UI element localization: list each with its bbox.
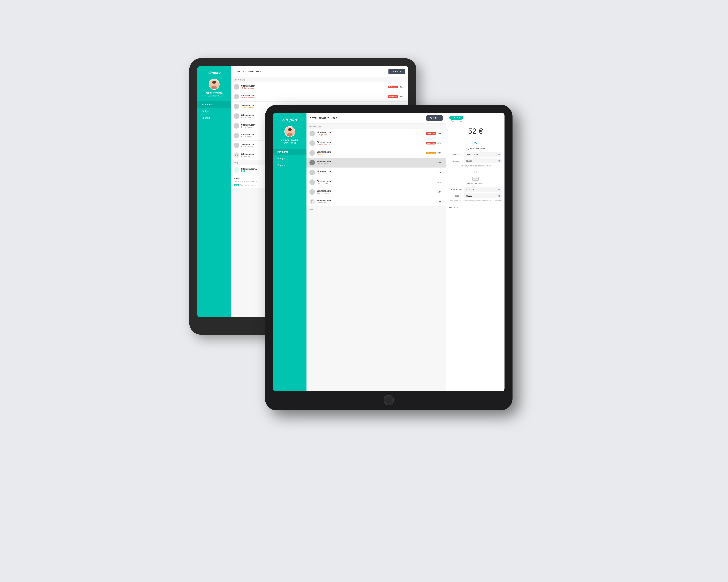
front-inv-info-1: Sitename.com 25 days overdue (317, 141, 425, 145)
swish-to-copy-button[interactable]: ⧉ (498, 153, 500, 156)
front-invoice-item-2[interactable]: Sitename.com Reminder Reminder 39 € › (307, 148, 446, 158)
front-inv-chevron-1: › (443, 142, 443, 144)
front-total-label: TOTAL AMOUNT: (310, 117, 330, 119)
front-inv-avatar-4 (309, 170, 315, 175)
front-nav-payments[interactable]: Payments (273, 148, 307, 155)
panel-due: Due in 7 days (449, 120, 463, 122)
front-total-amount: 254 € (332, 117, 337, 119)
front-inv-right-7: 10 € › (437, 200, 443, 203)
bank-section: Pay via your bank Bank account 411-9129 … (446, 175, 504, 204)
front-inv-amount-1: 52 € (437, 142, 441, 144)
swish-section: Pay easier with Swish Swish to 123 521 9… (446, 138, 504, 169)
back-user-name: Jennifer Valdez (206, 91, 223, 94)
back-sidebar: zimpler Jennifer Valdez 0707 01 23 45 P (197, 66, 231, 317)
ocr-copy-button[interactable]: ⧉ (498, 195, 500, 197)
front-inv-avatar-5 (309, 179, 315, 185)
tablet-front-screen: zimpler Jennifer Valdez 0707 01 23 45 P (273, 113, 504, 391)
front-inv-name-7: Sitename.com (317, 199, 437, 202)
back-inv-badge-1: Collection (388, 95, 398, 98)
front-home-button[interactable] (384, 395, 394, 405)
front-inv-avatar-0 (309, 131, 315, 136)
front-inv-avatar-2 (309, 150, 315, 156)
front-inv-chevron-4: › (443, 171, 443, 174)
bank-account-row: Bank account 411-9129 ⧉ (449, 187, 501, 192)
scene: zimpler Jennifer Valdez 0707 01 23 45 P (189, 58, 539, 524)
bank-note: It usually takes 1-2 business days befor… (449, 200, 501, 202)
front-inv-right-5: 31 € › (437, 181, 443, 184)
swish-note: Swish payments registered immediately. (449, 165, 501, 167)
front-user-name: Jennifer Valdez (281, 139, 298, 141)
back-nav-support[interactable]: Support (197, 115, 231, 121)
tablet-front: zimpler Jennifer Valdez 0707 01 23 45 P (265, 105, 513, 410)
swish-to-value: 123 521 94 49 (466, 154, 478, 156)
back-invoice-item-0[interactable]: Sitename.com 40 days overdue Collection … (231, 82, 409, 92)
front-inv-sub-6: Due in 14 days (317, 192, 437, 194)
swish-title: Pay easier with Swish (449, 147, 501, 150)
front-inv-sub-4: Due in 7 days (317, 172, 437, 175)
swish-logo-icon (472, 139, 479, 146)
front-inv-sub-0: 40 days overdue (317, 134, 425, 136)
front-invoice-item-3[interactable]: Sitename.com Due in 2 days 52 € › (307, 158, 446, 168)
back-inv-avatar-7: ⏰ (234, 153, 239, 158)
front-invoice-item-5[interactable]: Sitename.com Due in 7 days 31 € › (307, 177, 446, 187)
front-invoice-item-4[interactable]: Sitename.com Due in 7 days 31 € › (307, 168, 446, 177)
front-inv-sub-7: Reserverad (317, 202, 437, 204)
back-inv-avatar-4 (234, 123, 239, 129)
front-inv-info-6: Sitename.com Due in 14 days (317, 190, 437, 194)
front-inv-chevron-0: › (443, 132, 443, 135)
front-invoice-item-0[interactable]: Sitename.com 40 days overdue Collection … (307, 129, 446, 138)
back-total-label: TOTAL AMOUNT: (234, 70, 254, 73)
bank-account-copy-button[interactable]: ⧉ (498, 188, 500, 191)
panel-header: INVOICE Due in 7 days × (446, 113, 504, 124)
svg-rect-12 (475, 179, 476, 180)
back-new-note: You can now pay w... (240, 184, 257, 186)
swish-message-value: 381168 (466, 160, 472, 162)
svg-point-7 (288, 128, 292, 131)
front-pay-all-button[interactable]: PAY ALL (426, 115, 443, 121)
bank-icon (472, 175, 479, 181)
front-inv-name-3: Sitename.com (317, 161, 437, 163)
front-nav-budget[interactable]: Budget (273, 155, 307, 162)
front-top-bar: TOTAL AMOUNT: 254 € PAY ALL (307, 113, 446, 123)
front-inv-chevron-3: › (443, 161, 443, 164)
front-nav-support[interactable]: Support (273, 162, 307, 169)
back-inv-sub-0: 40 days overdue (241, 87, 388, 89)
front-inv-right-2: Reminder 39 € › (426, 151, 443, 154)
back-inv-avatar-1 (234, 94, 239, 100)
front-inv-info-2: Sitename.com Reminder (317, 151, 426, 155)
ocr-value: 381168 (466, 195, 472, 197)
swish-message-copy-button[interactable]: ⧉ (498, 160, 500, 162)
front-inv-avatar-6 (309, 189, 315, 195)
front-unpaid-label: UNPAID (8) (307, 123, 446, 129)
back-nav-payments[interactable]: Payments (197, 101, 231, 108)
details-bar[interactable]: DETAILS (446, 204, 504, 211)
back-inv-sub-1: 25 days overdue (241, 97, 388, 99)
back-inv-badge-0: Collection (388, 86, 398, 88)
front-inv-name-6: Sitename.com (317, 190, 437, 192)
swish-message-label: Message (449, 160, 464, 162)
back-nav-budget[interactable]: Budget (197, 108, 231, 115)
back-inv-avatar-0 (234, 84, 239, 90)
back-new-badge: NEW (234, 184, 239, 186)
front-inv-right-1: Collection 52 € › (425, 142, 443, 144)
front-inv-amount-6: 10 € (437, 191, 441, 193)
back-inv-right-1: Collection 52 € › (388, 95, 406, 98)
front-inv-info-7: Sitename.com Reserverad (317, 199, 437, 204)
front-inv-name-2: Sitename.com (317, 151, 426, 153)
front-inv-info-3: Sitename.com Due in 2 days (317, 161, 437, 165)
panel-close-button[interactable]: × (500, 117, 501, 121)
back-invoice-item-1[interactable]: Sitename.com 25 days overdue Collection … (231, 92, 409, 102)
front-invoice-item-6[interactable]: Sitename.com Due in 14 days 10 € › (307, 187, 446, 197)
front-logo: zimpler (282, 117, 297, 122)
back-inv-chevron-1: › (405, 95, 406, 98)
back-nav: Payments Budget Support (197, 101, 231, 121)
back-inv-info-1: Sitename.com 25 days overdue (241, 94, 388, 99)
back-pay-all-button[interactable]: PAY ALL (388, 69, 405, 74)
back-total-amount: 254 € (256, 70, 261, 73)
front-inv-avatar-7: ⏰ (309, 199, 315, 204)
front-inv-info-0: Sitename.com 40 days overdue (317, 131, 425, 136)
front-inv-name-4: Sitename.com (317, 170, 437, 172)
front-invoice-item-7[interactable]: ⏰ Sitename.com Reserverad 10 € › (307, 197, 446, 206)
front-user-phone: 0707 01 23 45 (284, 142, 296, 144)
front-invoice-item-1[interactable]: Sitename.com 25 days overdue Collection … (307, 138, 446, 148)
